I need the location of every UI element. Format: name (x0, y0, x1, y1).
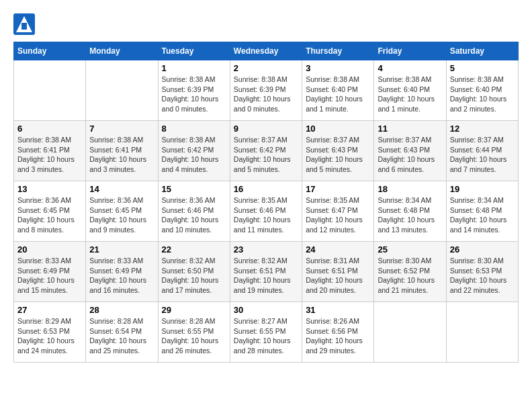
day-cell: 22Sunrise: 8:32 AMSunset: 6:50 PMDayligh… (158, 242, 230, 302)
col-wednesday: Wednesday (230, 42, 302, 60)
day-cell: 17Sunrise: 8:35 AMSunset: 6:47 PMDayligh… (302, 181, 374, 242)
day-number: 10 (306, 124, 370, 134)
day-info: Sunrise: 8:34 AMSunset: 6:48 PMDaylight:… (450, 195, 515, 235)
day-cell: 13Sunrise: 8:36 AMSunset: 6:45 PMDayligh… (14, 181, 86, 242)
day-number: 30 (234, 305, 298, 315)
day-info: Sunrise: 8:38 AMSunset: 6:40 PMDaylight:… (450, 75, 515, 114)
day-cell: 24Sunrise: 8:31 AMSunset: 6:51 PMDayligh… (302, 242, 374, 302)
calendar-body: 1Sunrise: 8:38 AMSunset: 6:39 PMDaylight… (14, 60, 519, 363)
header-row: Sunday Monday Tuesday Wednesday Thursday… (14, 42, 519, 60)
day-info: Sunrise: 8:38 AMSunset: 6:42 PMDaylight:… (162, 135, 226, 175)
page-header (13, 13, 519, 35)
day-number: 16 (234, 184, 298, 194)
day-number: 14 (89, 184, 154, 194)
day-cell: 15Sunrise: 8:36 AMSunset: 6:46 PMDayligh… (158, 181, 230, 242)
day-number: 2 (234, 63, 298, 73)
day-number: 15 (162, 184, 226, 194)
day-info: Sunrise: 8:38 AMSunset: 6:40 PMDaylight:… (306, 75, 370, 114)
day-info: Sunrise: 8:38 AMSunset: 6:41 PMDaylight:… (89, 135, 154, 175)
logo-icon (13, 13, 35, 35)
day-info: Sunrise: 8:33 AMSunset: 6:49 PMDaylight:… (89, 256, 154, 295)
day-number: 28 (89, 305, 154, 315)
day-info: Sunrise: 8:31 AMSunset: 6:51 PMDaylight:… (306, 256, 370, 295)
day-info: Sunrise: 8:37 AMSunset: 6:43 PMDaylight:… (306, 135, 370, 175)
day-info: Sunrise: 8:28 AMSunset: 6:55 PMDaylight:… (162, 316, 226, 356)
calendar-table: Sunday Monday Tuesday Wednesday Thursday… (13, 42, 519, 363)
day-info: Sunrise: 8:30 AMSunset: 6:53 PMDaylight:… (450, 256, 515, 295)
day-cell: 26Sunrise: 8:30 AMSunset: 6:53 PMDayligh… (446, 242, 518, 302)
day-number: 20 (17, 244, 82, 255)
day-cell: 31Sunrise: 8:26 AMSunset: 6:56 PMDayligh… (302, 302, 374, 363)
day-info: Sunrise: 8:36 AMSunset: 6:45 PMDaylight:… (17, 195, 82, 235)
day-number: 26 (450, 244, 515, 255)
day-cell: 3Sunrise: 8:38 AMSunset: 6:40 PMDaylight… (302, 60, 374, 121)
day-number: 13 (17, 184, 82, 194)
day-cell: 28Sunrise: 8:28 AMSunset: 6:54 PMDayligh… (86, 302, 158, 363)
day-number: 19 (450, 184, 515, 194)
day-number: 23 (234, 244, 298, 255)
day-cell: 30Sunrise: 8:27 AMSunset: 6:55 PMDayligh… (230, 302, 302, 363)
day-info: Sunrise: 8:29 AMSunset: 6:53 PMDaylight:… (17, 316, 82, 356)
day-number: 17 (306, 184, 370, 194)
day-cell: 25Sunrise: 8:30 AMSunset: 6:52 PMDayligh… (374, 242, 446, 302)
day-cell: 10Sunrise: 8:37 AMSunset: 6:43 PMDayligh… (302, 121, 374, 181)
day-cell: 2Sunrise: 8:38 AMSunset: 6:39 PMDaylight… (230, 60, 302, 121)
day-cell: 18Sunrise: 8:34 AMSunset: 6:48 PMDayligh… (374, 181, 446, 242)
day-number: 27 (17, 305, 82, 315)
day-cell: 7Sunrise: 8:38 AMSunset: 6:41 PMDaylight… (86, 121, 158, 181)
day-number: 1 (162, 63, 226, 73)
day-info: Sunrise: 8:34 AMSunset: 6:48 PMDaylight:… (378, 195, 442, 235)
day-cell: 23Sunrise: 8:32 AMSunset: 6:51 PMDayligh… (230, 242, 302, 302)
day-cell (446, 302, 518, 363)
day-number: 11 (378, 124, 442, 134)
day-cell: 21Sunrise: 8:33 AMSunset: 6:49 PMDayligh… (86, 242, 158, 302)
col-thursday: Thursday (302, 42, 374, 60)
week-row-4: 20Sunrise: 8:33 AMSunset: 6:49 PMDayligh… (14, 242, 519, 302)
day-number: 8 (162, 124, 226, 134)
day-cell: 27Sunrise: 8:29 AMSunset: 6:53 PMDayligh… (14, 302, 86, 363)
col-sunday: Sunday (14, 42, 86, 60)
day-number: 25 (378, 244, 442, 255)
col-friday: Friday (374, 42, 446, 60)
day-number: 22 (162, 244, 226, 255)
day-info: Sunrise: 8:30 AMSunset: 6:52 PMDaylight:… (378, 256, 442, 295)
day-cell: 14Sunrise: 8:36 AMSunset: 6:45 PMDayligh… (86, 181, 158, 242)
day-cell: 29Sunrise: 8:28 AMSunset: 6:55 PMDayligh… (158, 302, 230, 363)
day-number: 21 (89, 244, 154, 255)
day-number: 5 (450, 63, 515, 73)
day-info: Sunrise: 8:35 AMSunset: 6:46 PMDaylight:… (234, 195, 298, 235)
day-info: Sunrise: 8:38 AMSunset: 6:41 PMDaylight:… (17, 135, 82, 175)
day-info: Sunrise: 8:37 AMSunset: 6:44 PMDaylight:… (450, 135, 515, 175)
day-cell (86, 60, 158, 121)
logo (13, 13, 38, 35)
day-cell: 4Sunrise: 8:38 AMSunset: 6:40 PMDaylight… (374, 60, 446, 121)
day-cell: 5Sunrise: 8:38 AMSunset: 6:40 PMDaylight… (446, 60, 518, 121)
day-info: Sunrise: 8:38 AMSunset: 6:39 PMDaylight:… (234, 75, 298, 114)
day-info: Sunrise: 8:26 AMSunset: 6:56 PMDaylight:… (306, 316, 370, 356)
day-cell: 12Sunrise: 8:37 AMSunset: 6:44 PMDayligh… (446, 121, 518, 181)
day-cell: 8Sunrise: 8:38 AMSunset: 6:42 PMDaylight… (158, 121, 230, 181)
day-number: 6 (17, 124, 82, 134)
day-info: Sunrise: 8:35 AMSunset: 6:47 PMDaylight:… (306, 195, 370, 235)
svg-rect-2 (21, 23, 27, 30)
day-info: Sunrise: 8:33 AMSunset: 6:49 PMDaylight:… (17, 256, 82, 295)
week-row-3: 13Sunrise: 8:36 AMSunset: 6:45 PMDayligh… (14, 181, 519, 242)
day-cell (374, 302, 446, 363)
day-number: 12 (450, 124, 515, 134)
calendar-header: Sunday Monday Tuesday Wednesday Thursday… (14, 42, 519, 60)
day-cell (14, 60, 86, 121)
day-info: Sunrise: 8:38 AMSunset: 6:39 PMDaylight:… (162, 75, 226, 114)
day-cell: 6Sunrise: 8:38 AMSunset: 6:41 PMDaylight… (14, 121, 86, 181)
day-info: Sunrise: 8:28 AMSunset: 6:54 PMDaylight:… (89, 316, 154, 356)
week-row-2: 6Sunrise: 8:38 AMSunset: 6:41 PMDaylight… (14, 121, 519, 181)
day-number: 4 (378, 63, 442, 73)
day-info: Sunrise: 8:27 AMSunset: 6:55 PMDaylight:… (234, 316, 298, 356)
day-info: Sunrise: 8:36 AMSunset: 6:45 PMDaylight:… (89, 195, 154, 235)
col-monday: Monday (86, 42, 158, 60)
day-cell: 20Sunrise: 8:33 AMSunset: 6:49 PMDayligh… (14, 242, 86, 302)
day-cell: 11Sunrise: 8:37 AMSunset: 6:43 PMDayligh… (374, 121, 446, 181)
col-tuesday: Tuesday (158, 42, 230, 60)
day-info: Sunrise: 8:36 AMSunset: 6:46 PMDaylight:… (162, 195, 226, 235)
day-info: Sunrise: 8:32 AMSunset: 6:51 PMDaylight:… (234, 256, 298, 295)
day-cell: 16Sunrise: 8:35 AMSunset: 6:46 PMDayligh… (230, 181, 302, 242)
